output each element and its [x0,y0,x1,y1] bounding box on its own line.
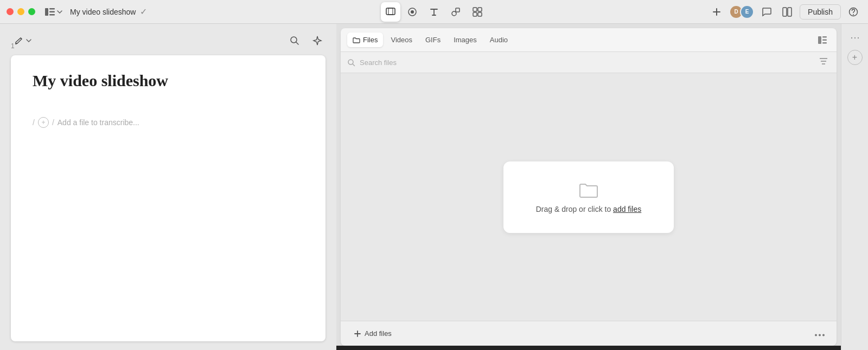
plus-icon [712,8,721,16]
tab-files-label: Files [363,36,378,44]
editor-right-tools [286,33,326,49]
chevron-down-icon [57,10,62,14]
panel-tabs: Files Videos GIFs Images Audio [341,28,837,52]
bottom-bar [336,346,841,350]
svg-rect-20 [822,36,827,38]
main-content: 1 My video slideshow / + / Add a file to… [0,24,868,350]
panel-body: Drag & drop or click to add files [341,73,837,321]
chevron-down-icon [26,39,31,42]
grid-toolbar-button[interactable] [468,2,487,22]
filter-button[interactable] [817,56,830,68]
tab-gifs[interactable]: GIFs [420,33,446,47]
svg-rect-22 [822,42,827,44]
comment-button[interactable] [758,4,775,20]
slide-panel: My video slideshow / + / Add a file to t… [11,55,326,341]
close-button[interactable] [7,8,14,15]
search-files-input[interactable] [360,59,813,67]
add-files-label: Add files [365,329,392,338]
svg-point-27 [815,334,817,336]
slideshow-icon [385,7,396,17]
svg-point-18 [291,37,297,43]
search-icon [290,36,299,46]
maximize-button[interactable] [28,8,35,15]
svg-rect-5 [388,8,393,15]
right-toolbar: D E Publish [709,4,861,20]
plus-icon [354,330,361,338]
help-icon [848,7,858,17]
tab-files[interactable]: Files [347,33,383,47]
svg-rect-1 [49,8,55,10]
doc-title-area: My video slideshow ✓ [70,7,147,17]
svg-point-28 [819,334,821,336]
sidebar-toggle[interactable] [42,6,66,18]
avatar-e: E [740,5,754,19]
tab-images[interactable]: Images [448,33,482,47]
svg-rect-3 [49,14,55,16]
layout-icon [782,7,792,17]
window-controls [7,8,35,15]
text-toolbar-button[interactable] [424,2,444,22]
record-toolbar-button[interactable] [403,2,422,22]
more-horizontal-icon [815,334,825,336]
right-strip: ⋯ + [841,24,868,350]
editor-panel: 1 My video slideshow / + / Add a file to… [0,24,336,350]
svg-rect-12 [473,12,477,16]
transcribe-slash: / [52,118,54,127]
more-footer-button[interactable] [812,327,828,340]
svg-rect-4 [386,8,395,15]
collapse-panel-button[interactable] [815,33,830,48]
shape-toolbar-button[interactable] [446,2,465,22]
help-button[interactable] [845,4,861,20]
add-files-footer-button[interactable]: Add files [349,327,396,340]
tab-videos[interactable]: Videos [385,33,418,47]
folder-large-icon [579,181,598,198]
tab-audio[interactable]: Audio [484,33,513,47]
svg-rect-15 [788,8,792,16]
pen-icon [14,36,24,46]
svg-rect-11 [478,8,482,11]
svg-point-7 [411,10,414,14]
sparkle-button[interactable] [309,33,326,49]
slideshow-toolbar-button[interactable] [381,2,400,22]
svg-rect-2 [49,11,55,12]
files-panel: Files Videos GIFs Images Audio [341,28,837,346]
doc-title: My video slideshow [70,8,136,16]
search-editor-button[interactable] [286,33,303,49]
svg-rect-0 [45,8,48,16]
sparkle-icon [312,35,323,46]
svg-rect-14 [783,8,787,16]
svg-point-17 [853,14,854,15]
slide-number: 1 [11,42,15,50]
check-icon: ✓ [140,7,147,17]
tabs-left: Files Videos GIFs Images Audio [347,33,513,47]
drop-text-prefix: Drag & drop or click to [536,205,613,213]
sidebar-icon [45,8,55,16]
more-vertical-icon[interactable]: ⋯ [848,29,862,46]
add-strip-button[interactable]: + [847,50,863,65]
add-files-link[interactable]: add files [613,205,641,213]
svg-rect-19 [818,36,821,44]
drop-zone[interactable]: Drag & drop or click to add files [503,161,674,233]
editor-toolbar [11,33,326,49]
folder-icon [353,37,360,43]
shape-icon [450,7,461,17]
svg-rect-13 [478,12,482,16]
minimize-button[interactable] [17,8,24,15]
filter-icon [819,57,828,65]
svg-rect-9 [456,8,459,12]
drop-zone-text: Drag & drop or click to add files [536,205,642,213]
add-block-button[interactable]: + [38,117,49,128]
svg-point-29 [822,334,825,336]
tab-videos-label: Videos [391,36,412,44]
center-toolbar [381,2,487,22]
layout-button[interactable] [779,4,795,20]
slash-icon: / [33,118,35,127]
publish-button[interactable]: Publish [800,4,841,20]
panel-footer: Add files [341,321,837,346]
avatar-group: D E [729,5,754,19]
grid-icon [472,7,483,17]
transcribe-row: / + / Add a file to transcribe... [33,117,304,128]
transcribe-placeholder[interactable]: Add a file to transcribe... [58,118,139,127]
add-button[interactable] [709,4,725,20]
record-icon [407,7,418,17]
